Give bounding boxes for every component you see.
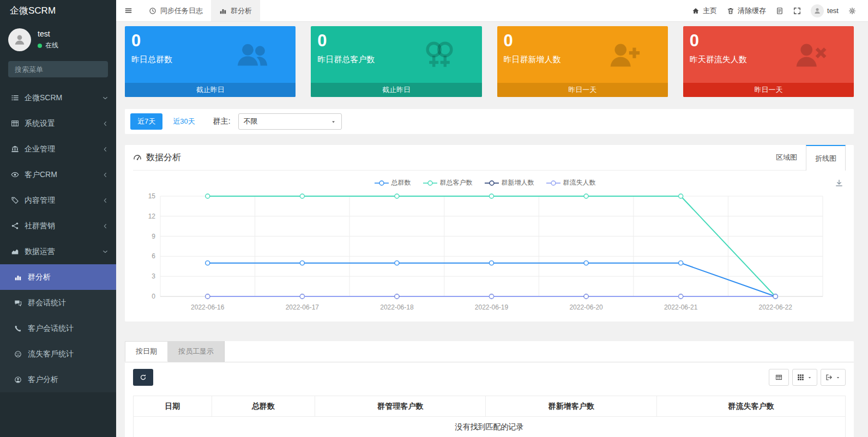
- sidebar-toggle[interactable]: [116, 0, 141, 21]
- toolbar-right: [769, 369, 846, 386]
- user-name: test: [38, 29, 58, 38]
- svg-text:2022-06-19: 2022-06-19: [475, 304, 509, 311]
- topbar-tab[interactable]: 群分析: [211, 0, 260, 21]
- sidebar-menu-item[interactable]: 客户CRM: [0, 162, 116, 187]
- svg-text:9: 9: [152, 233, 155, 240]
- legend-item[interactable]: 群新增人数: [485, 178, 534, 187]
- sidebar-menu-item[interactable]: 系统设置: [0, 111, 116, 136]
- owner-select-value: 不限: [244, 117, 258, 126]
- clear-cache-label: 清除缓存: [738, 6, 766, 16]
- stat-card[interactable]: 0 昨日总群数 截止昨日: [125, 26, 296, 97]
- table-column-header: 群新增客户数: [486, 396, 656, 417]
- chart-type-tab[interactable]: 折线图: [806, 145, 846, 171]
- sidebar-submenu-item[interactable]: 客户分析: [0, 367, 116, 392]
- user-menu[interactable]: test: [811, 4, 839, 17]
- language-button[interactable]: [776, 7, 783, 15]
- stat-footer: 截止昨日: [311, 83, 481, 97]
- chevron-icon: [102, 197, 108, 204]
- submenu-item-icon: [13, 299, 23, 307]
- stat-cards: 0 昨日总群数 截止昨日 0 昨日群总客户数 截止昨日 0 昨日群新增人数 昨日…: [125, 26, 854, 97]
- sidebar-menu-item[interactable]: 社群营销: [0, 213, 116, 239]
- range-button[interactable]: 近30天: [166, 113, 202, 130]
- owner-label: 群主:: [213, 117, 231, 126]
- sidebar-menu-item[interactable]: 数据运营: [0, 239, 116, 264]
- submenu-item-icon: [13, 376, 23, 384]
- topbar-tab-label: 群分析: [231, 6, 252, 16]
- tachometer-icon: [133, 153, 142, 162]
- sidebar-menu-item[interactable]: 内容管理: [0, 187, 116, 213]
- stat-value: 0: [683, 26, 854, 51]
- menu-item-icon: [10, 119, 20, 128]
- legend-item[interactable]: 总群数: [375, 178, 411, 187]
- sidebar-submenu-item[interactable]: 流失客戶统计: [0, 341, 116, 367]
- brand[interactable]: 企微SCRM: [0, 0, 116, 22]
- owner-select[interactable]: 不限: [238, 113, 342, 130]
- table-column-header: 总群数: [212, 396, 315, 417]
- topbar-tab-icon: [149, 7, 156, 15]
- stat-card[interactable]: 0 昨日群新增人数 昨日一天: [497, 26, 668, 97]
- stat-value: 0: [311, 26, 481, 51]
- document-icon: [776, 7, 783, 15]
- stat-footer: 截止昨日: [125, 83, 296, 97]
- table-tabs: 按日期按员工显示: [125, 341, 854, 362]
- stat-icon: [422, 38, 456, 72]
- menu-item-label: 内容管理: [25, 196, 55, 205]
- fullscreen-button[interactable]: [793, 7, 801, 15]
- legend-item[interactable]: 群流失人数: [546, 178, 596, 187]
- stat-footer: 昨日一天: [497, 83, 668, 97]
- topbar: 同步任务日志 群分析 主页 清除缓存 test: [116, 0, 868, 22]
- sidebar-submenu-item[interactable]: 客户会话统计: [0, 315, 116, 341]
- topbar-tab[interactable]: 同步任务日志: [141, 0, 211, 21]
- svg-text:2022-06-20: 2022-06-20: [569, 304, 603, 311]
- refresh-button[interactable]: [133, 369, 153, 386]
- user-panel: test 在线: [0, 22, 116, 57]
- sidebar-search: [8, 61, 108, 77]
- table-tab[interactable]: 按日期: [125, 341, 168, 362]
- topbar-tab-icon: [219, 7, 227, 15]
- menu-item-label: 客户CRM: [25, 170, 57, 180]
- sidebar-submenu-item[interactable]: 群会话统计: [0, 290, 116, 315]
- sidebar-submenu: 群分析 群会话统计 客户会话统计 流失客戶统计 客户分析: [0, 264, 116, 392]
- topbar-username: test: [827, 7, 839, 15]
- stat-label: 昨日群新增人数: [497, 51, 668, 65]
- sidebar-submenu-item[interactable]: 群分析: [0, 264, 116, 290]
- main-area: 同步任务日志 群分析 主页 清除缓存 test 0 昨日总群数 截止: [116, 0, 868, 437]
- submenu-item-label: 客户分析: [28, 375, 58, 385]
- submenu-item-label: 群会话统计: [28, 298, 66, 308]
- clear-cache-link[interactable]: 清除缓存: [727, 6, 766, 16]
- home-link[interactable]: 主页: [692, 6, 717, 16]
- stat-label: 昨日总群数: [125, 51, 296, 65]
- menu-icon: [124, 7, 132, 15]
- menu-item-icon: [10, 94, 20, 102]
- download-icon[interactable]: [835, 179, 843, 187]
- home-icon: [692, 7, 700, 15]
- columns-button[interactable]: [792, 369, 817, 386]
- export-button[interactable]: [821, 369, 846, 386]
- chevron-icon: [102, 223, 108, 229]
- caret-down-icon: [807, 375, 812, 380]
- search-input[interactable]: [8, 61, 108, 77]
- range-button[interactable]: 近7天: [130, 113, 162, 130]
- home-label: 主页: [703, 6, 717, 16]
- svg-text:6: 6: [152, 252, 155, 260]
- expand-icon: [793, 7, 801, 15]
- user-status: 在线: [38, 41, 58, 50]
- toggle-view-button[interactable]: [769, 369, 789, 386]
- chart-type-tab[interactable]: 区域图: [767, 145, 806, 170]
- sidebar-menu-item[interactable]: 企业管理: [0, 136, 116, 162]
- export-icon: [825, 374, 833, 381]
- trash-icon: [727, 7, 734, 15]
- submenu-item-icon: [13, 325, 23, 332]
- stat-card[interactable]: 0 昨天群流失人数 昨日一天: [683, 26, 854, 97]
- legend-item[interactable]: 群总客户数: [423, 178, 473, 187]
- topbar-tab-label: 同步任务日志: [160, 6, 203, 16]
- line-chart: 036912152022-06-162022-06-172022-06-1820…: [133, 190, 846, 316]
- person-icon: [13, 33, 26, 46]
- menu-item-icon: [10, 145, 20, 153]
- table-tab[interactable]: 按员工显示: [168, 341, 225, 362]
- settings-button[interactable]: [848, 7, 856, 15]
- sidebar-menu-item[interactable]: 企微SCRM: [0, 85, 116, 111]
- chart-legend: 总群数群总客户数群新增人数群流失人数: [135, 178, 835, 187]
- stat-icon: [236, 38, 269, 72]
- stat-card[interactable]: 0 昨日群总客户数 截止昨日: [311, 26, 481, 97]
